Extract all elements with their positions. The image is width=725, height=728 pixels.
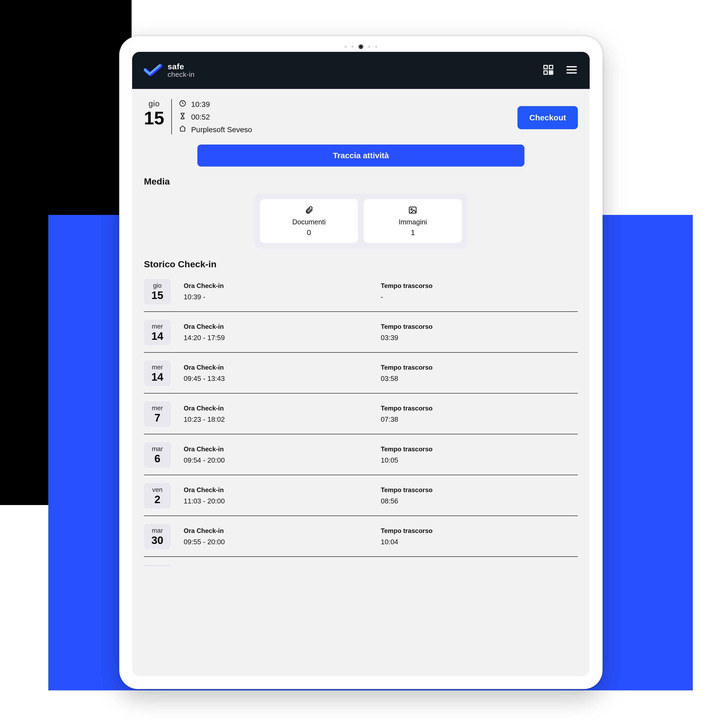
history-checkin-label: Ora Check-in bbox=[184, 364, 381, 371]
history-row[interactable]: mer 14 Ora Check-in 14:20 - 17:59 Tempo … bbox=[144, 312, 578, 353]
clock-icon bbox=[179, 99, 186, 109]
app-screen: safe check-in bbox=[132, 52, 590, 676]
history-checkin-value: 09:54 - 20:00 bbox=[184, 456, 381, 465]
elapsed-value: 00:52 bbox=[191, 113, 210, 121]
history-elapsed-label: Tempo trascorso bbox=[381, 486, 578, 494]
media-cards: Documenti 0 Immagini 1 bbox=[254, 193, 468, 249]
svg-point-12 bbox=[411, 208, 412, 210]
brand: safe check-in bbox=[144, 63, 195, 78]
history-dow: mer bbox=[144, 404, 171, 412]
qr-icon[interactable] bbox=[542, 64, 554, 77]
home-icon bbox=[179, 125, 186, 134]
history-day: 30 bbox=[144, 535, 171, 546]
documents-label: Documenti bbox=[263, 218, 355, 226]
history-checkin-value: 09:55 - 20:00 bbox=[184, 538, 381, 546]
svg-rect-6 bbox=[549, 73, 551, 74]
history-checkin-value: 09:45 - 13:43 bbox=[184, 375, 381, 383]
history-dow: gio bbox=[144, 282, 171, 289]
history-row-partial bbox=[144, 564, 578, 573]
history-date-badge bbox=[144, 564, 171, 567]
history-date-badge: mer 14 bbox=[144, 360, 171, 386]
history-elapsed-value: 10:05 bbox=[381, 456, 578, 465]
history-elapsed-value: 03:39 bbox=[381, 333, 578, 342]
history-checkin-label: Ora Check-in bbox=[184, 282, 381, 290]
history-checkin-label: Ora Check-in bbox=[184, 527, 381, 535]
history-elapsed-label: Tempo trascorso bbox=[381, 364, 578, 371]
history-row[interactable]: mer 14 Ora Check-in 09:45 - 13:43 Tempo … bbox=[144, 353, 578, 393]
history-day: 15 bbox=[144, 290, 171, 301]
history-day: 14 bbox=[144, 331, 171, 341]
location-value: Purplesoft Seveso bbox=[191, 125, 252, 134]
history-checkin-value: 10:23 - 18:02 bbox=[184, 415, 381, 424]
history-row[interactable]: mar 6 Ora Check-in 09:54 - 20:00 Tempo t… bbox=[144, 434, 578, 475]
images-count: 1 bbox=[366, 228, 459, 237]
history-row[interactable]: gio 15 Ora Check-in 10:39 - Tempo trasco… bbox=[144, 276, 578, 312]
top-bar: safe check-in bbox=[132, 52, 590, 89]
elapsed-row: 00:52 bbox=[179, 112, 252, 122]
image-icon bbox=[408, 211, 417, 216]
history-section-title: Storico Check-in bbox=[144, 259, 578, 269]
checkin-time-row: 10:39 bbox=[179, 99, 252, 109]
hourglass-icon bbox=[179, 112, 186, 122]
track-activity-button[interactable]: Traccia attività bbox=[197, 145, 524, 167]
svg-rect-11 bbox=[409, 207, 417, 213]
svg-rect-5 bbox=[551, 71, 553, 72]
current-dow: gio bbox=[144, 99, 164, 108]
history-list: gio 15 Ora Check-in 10:39 - Tempo trasco… bbox=[143, 276, 579, 573]
history-date-badge: mer 14 bbox=[144, 320, 171, 345]
history-elapsed-label: Tempo trascorso bbox=[381, 323, 578, 330]
history-elapsed-label: Tempo trascorso bbox=[381, 527, 578, 535]
tablet-camera-row bbox=[119, 44, 603, 49]
history-row[interactable]: ven 2 Ora Check-in 11:03 - 20:00 Tempo t… bbox=[144, 475, 578, 516]
history-elapsed-value: 10:04 bbox=[381, 538, 578, 546]
history-dow: mer bbox=[144, 364, 171, 371]
history-elapsed-label: Tempo trascorso bbox=[381, 282, 578, 290]
documents-count: 0 bbox=[263, 228, 355, 237]
history-checkin-value: 10:39 - bbox=[184, 293, 381, 301]
history-row[interactable]: mar 30 Ora Check-in 09:55 - 20:00 Tempo … bbox=[144, 516, 578, 557]
history-elapsed-value: - bbox=[381, 293, 578, 301]
history-date-badge: mar 6 bbox=[144, 442, 171, 468]
checkin-time-value: 10:39 bbox=[191, 100, 210, 109]
history-day: 7 bbox=[144, 412, 171, 423]
current-date-badge: gio 15 bbox=[144, 99, 172, 134]
history-elapsed-value: 03:58 bbox=[381, 375, 578, 383]
history-dow: ven bbox=[144, 486, 171, 494]
history-checkin-value: 14:20 - 17:59 bbox=[184, 333, 381, 342]
media-section-title: Media bbox=[144, 176, 578, 187]
session-summary: gio 15 10:39 bbox=[143, 96, 579, 142]
brand-line2: check-in bbox=[168, 71, 195, 78]
history-checkin-label: Ora Check-in bbox=[184, 486, 381, 494]
history-checkin-label: Ora Check-in bbox=[184, 323, 381, 330]
history-dow: mar bbox=[144, 445, 171, 453]
history-dow: mar bbox=[144, 527, 171, 534]
history-elapsed-label: Tempo trascorso bbox=[381, 445, 578, 453]
svg-rect-3 bbox=[549, 71, 551, 72]
history-day: 2 bbox=[144, 494, 171, 505]
svg-rect-2 bbox=[544, 71, 548, 74]
history-date-badge: ven 2 bbox=[144, 483, 171, 509]
paperclip-icon bbox=[304, 211, 314, 216]
history-elapsed-value: 08:56 bbox=[381, 497, 578, 505]
history-elapsed-value: 07:38 bbox=[381, 415, 578, 424]
checkout-button[interactable]: Checkout bbox=[517, 106, 578, 129]
history-checkin-value: 11:03 - 20:00 bbox=[184, 497, 381, 505]
history-date-badge: mar 30 bbox=[144, 523, 171, 549]
brand-text: safe check-in bbox=[168, 63, 195, 78]
content-area: gio 15 10:39 bbox=[132, 89, 590, 676]
brand-check-icon bbox=[144, 64, 163, 77]
images-card[interactable]: Immagini 1 bbox=[364, 199, 462, 243]
documents-card[interactable]: Documenti 0 bbox=[260, 199, 358, 243]
history-day: 6 bbox=[144, 453, 171, 464]
brand-line1: safe bbox=[168, 63, 195, 71]
history-row[interactable]: mer 7 Ora Check-in 10:23 - 18:02 Tempo t… bbox=[144, 393, 578, 434]
hamburger-menu-icon[interactable] bbox=[566, 64, 578, 77]
history-checkin-label: Ora Check-in bbox=[184, 445, 381, 453]
history-date-badge: mer 7 bbox=[144, 401, 171, 427]
tablet-frame: safe check-in bbox=[119, 36, 603, 689]
images-label: Immagini bbox=[366, 218, 459, 226]
location-row: Purplesoft Seveso bbox=[179, 125, 252, 134]
history-day: 14 bbox=[144, 372, 171, 382]
svg-rect-1 bbox=[549, 66, 553, 69]
history-checkin-label: Ora Check-in bbox=[184, 405, 381, 412]
